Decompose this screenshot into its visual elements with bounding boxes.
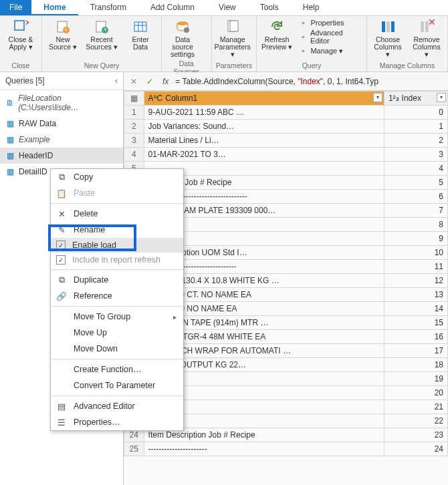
cell-index[interactable]: 19 (384, 372, 447, 386)
menu-tab-add-column[interactable]: Add Column (138, 0, 207, 15)
close-apply-button[interactable]: ✕Close &Apply ▾ (4, 18, 37, 51)
cell-index[interactable]: 0 (384, 106, 447, 120)
cell-index[interactable]: 7 (384, 204, 447, 218)
svg-text:✕: ✕ (428, 19, 435, 27)
table-row[interactable]: 25----------------------24 (124, 442, 448, 456)
recent-sources-button[interactable]: RecentSources ▾ (85, 18, 118, 51)
collapse-pane-icon[interactable]: ‹ (115, 76, 118, 86)
query-item-example[interactable]: ▦Example (0, 132, 123, 148)
cell-column1[interactable]: Material Lines / Li… (144, 134, 384, 148)
cell-index[interactable]: 8 (384, 218, 447, 232)
menu-item-move-down[interactable]: Move Down (51, 341, 183, 357)
menu-tab-home[interactable]: Home (31, 0, 78, 15)
cell-index[interactable]: 22 (384, 414, 447, 428)
cell-index[interactable]: 12 (384, 274, 447, 288)
query-item-header-id[interactable]: ▦HeaderID (0, 148, 123, 164)
row-number[interactable]: 3 (124, 134, 144, 148)
refresh-preview-button[interactable]: RefreshPreview ▾ (261, 18, 293, 51)
cell-index[interactable]: 14 (384, 302, 447, 316)
cell-index[interactable]: 1 (384, 120, 447, 134)
row-number[interactable]: 4 (124, 148, 144, 162)
formula-bar: ✕ ✓ fx = Table.AddIndexColumn(Source, "I… (124, 72, 448, 91)
column1-dropdown-icon[interactable]: ▾ (373, 93, 382, 102)
new-source-button[interactable]: +NewSource ▾ (46, 18, 80, 51)
cell-index[interactable]: 16 (384, 330, 447, 344)
query-icon: ▦ (5, 119, 15, 128)
ribbon: ✕Close &Apply ▾Close+NewSource ▾RecentSo… (0, 16, 448, 72)
menu-tab-help[interactable]: Help (291, 0, 332, 15)
query-item-raw-data[interactable]: ▦RAW Data (0, 116, 123, 132)
menu-tab-view[interactable]: View (207, 0, 248, 15)
cell-index[interactable]: 11 (384, 260, 447, 274)
table-row[interactable]: 401-MAR-2021 TO 3…3 (124, 148, 448, 162)
data-source-settings-button[interactable]: Data sourcesettings (166, 18, 199, 58)
manage-parameters-button[interactable]: ManageParameters ▾ (216, 18, 249, 58)
paste-icon: 📋 (56, 188, 67, 198)
table-row[interactable]: 3Material Lines / Li…2 (124, 134, 448, 148)
cell-index[interactable]: 13 (384, 288, 447, 302)
cell-index[interactable]: 10 (384, 246, 447, 260)
svg-rect-0 (15, 21, 24, 30)
recent-sources-icon (93, 18, 110, 35)
cell-index[interactable]: 3 (384, 148, 447, 162)
cell-column1[interactable]: 01-MAR-2021 TO 3… (144, 148, 384, 162)
row-number[interactable]: 25 (124, 442, 144, 456)
menu-item-duplicate[interactable]: ⧉Duplicate (51, 272, 183, 288)
cell-index[interactable]: 4 (384, 162, 447, 176)
cell-column1[interactable]: 9-AUG-2021 11:59 ABC … (144, 106, 384, 120)
menu-item-move-up[interactable]: Move Up (51, 325, 183, 341)
table-row[interactable]: 19-AUG-2021 11:59 ABC …0 (124, 106, 448, 120)
cell-index[interactable]: 17 (384, 344, 447, 358)
cell-index[interactable]: 21 (384, 400, 447, 414)
menu-item-advanced-editor[interactable]: ▤Advanced Editor (51, 398, 183, 414)
query-icon: 🗎 (5, 98, 14, 108)
cell-index[interactable]: 2 (384, 134, 447, 148)
menu-item-rename[interactable]: ✎Rename (51, 222, 183, 238)
cell-column1[interactable]: ---------------------- (144, 442, 384, 456)
cancel-icon[interactable]: ✕ (128, 77, 140, 86)
cell-index[interactable]: 18 (384, 358, 447, 372)
index-dropdown-icon[interactable]: ▾ (437, 93, 446, 102)
properties-button[interactable]: ▫Properties (298, 18, 362, 27)
menu-item-copy[interactable]: ⧉Copy (51, 169, 183, 185)
row-number[interactable]: 2 (124, 120, 144, 134)
cell-index[interactable]: 5 (384, 176, 447, 190)
choose-columns-button[interactable]: ChooseColumns ▾ (371, 18, 405, 58)
checkbox-icon: ✓ (56, 255, 66, 265)
svg-rect-16 (386, 21, 390, 32)
query-icon: ▦ (5, 167, 15, 176)
column-header-column1[interactable]: AᵇC Column1 ▾ (144, 92, 384, 106)
cell-index[interactable]: 6 (384, 190, 447, 204)
query-item-file-location[interactable]: 🗎FileLocation (C:\Users\lisde… (0, 90, 123, 116)
cell-column1[interactable]: Job Variances: Sound… (144, 120, 384, 134)
menu-item-move-to-group[interactable]: Move To Group▸ (51, 309, 183, 325)
cell-index[interactable]: 24 (384, 442, 447, 456)
row-number[interactable]: 1 (124, 106, 144, 120)
menu-item-properties[interactable]: ☰Properties… (51, 414, 183, 430)
manage-button[interactable]: ▫Manage ▾ (298, 46, 362, 55)
menu-item-delete[interactable]: ✕Delete (51, 206, 183, 222)
menu-tab-tools[interactable]: Tools (248, 0, 291, 15)
enter-data-button[interactable]: EnterData (124, 18, 157, 51)
table-corner[interactable]: ▦ (124, 92, 144, 106)
column-header-index[interactable]: 1²₃ Index ▾ (384, 92, 447, 106)
remove-columns-button[interactable]: ✕RemoveColumns ▾ (410, 18, 443, 58)
menu-item-enable-load[interactable]: ✓Enable load (51, 238, 183, 253)
formula-text[interactable]: = Table.AddIndexColumn(Source, "Index", … (175, 77, 444, 86)
menu-item-convert-to-parameter[interactable]: Convert To Parameter (51, 377, 183, 393)
menu-tab-transform[interactable]: Transform (78, 0, 138, 15)
cell-index[interactable]: 20 (384, 386, 447, 400)
table-row[interactable]: 2Job Variances: Sound…1 (124, 120, 448, 134)
advanced-editor-button[interactable]: ▫Advanced Editor (298, 29, 362, 45)
cell-index[interactable]: 23 (384, 428, 447, 442)
cell-index[interactable]: 9 (384, 232, 447, 246)
enter-data-icon (132, 18, 149, 35)
confirm-icon[interactable]: ✓ (144, 77, 156, 86)
menu-item-reference[interactable]: 🔗Reference (51, 288, 183, 304)
file-menu[interactable]: File (0, 0, 31, 15)
svg-rect-7 (134, 22, 146, 31)
menu-item-create-function[interactable]: Create Function… (51, 361, 183, 377)
reference-icon: 🔗 (56, 291, 67, 301)
menu-item-include-in-report-refresh[interactable]: ✓Include in report refresh (51, 253, 183, 267)
cell-index[interactable]: 15 (384, 316, 447, 330)
